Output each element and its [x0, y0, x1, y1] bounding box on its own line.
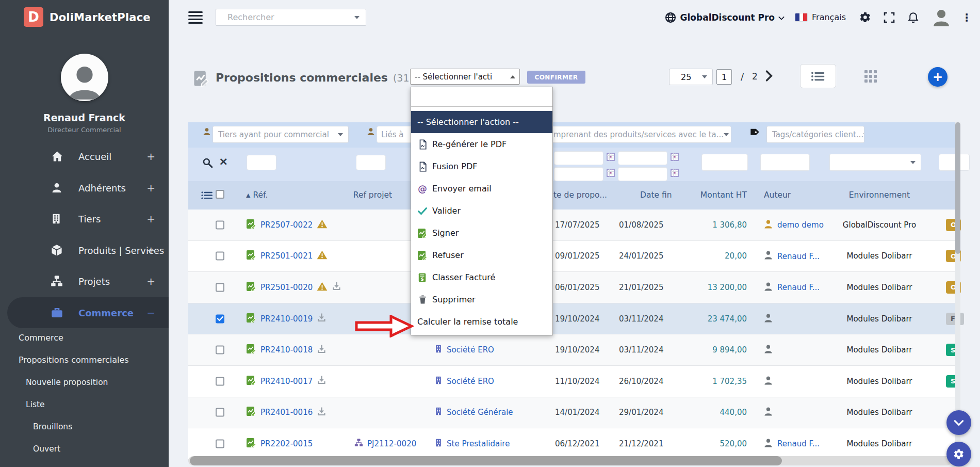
row-checkbox[interactable] [216, 220, 224, 229]
chevron-down-icon[interactable] [778, 12, 785, 22]
tiers-link[interactable]: Ste Prestalidaire [447, 439, 510, 448]
horizontal-scrollbar-thumb[interactable] [190, 456, 782, 465]
calendar-icon[interactable] [607, 153, 615, 163]
sidebar-item-commerce[interactable]: Commerce− [7, 297, 169, 329]
sidebar-subitem-liste[interactable]: Liste [0, 393, 169, 415]
user-avatar[interactable] [930, 7, 952, 28]
more-options-kebab-icon[interactable]: ⋮ [959, 11, 974, 24]
filter-commercial-select[interactable]: Tiers ayant pour commercial [213, 126, 349, 143]
search-montant-input[interactable] [701, 154, 748, 171]
entity-selector[interactable]: GlobalDiscount Pro [680, 12, 775, 23]
table-row[interactable]: PR2410-0019 19/10/2024 03/11/2024 23 474… [188, 303, 955, 335]
sidebar-item-tiers[interactable]: Tiers+ [0, 203, 169, 235]
french-flag-icon[interactable] [795, 13, 808, 22]
calendar-icon[interactable] [671, 153, 679, 163]
tiers-link[interactable]: Société ERO [447, 345, 494, 355]
row-checkbox[interactable] [216, 314, 224, 323]
filter-products-tag-select[interactable]: mprenant des produits/services avec le t… [548, 126, 731, 143]
download-icon[interactable] [332, 281, 341, 293]
dropdown-item-signer[interactable]: Signer [411, 222, 552, 244]
grid-view-toggle[interactable] [864, 70, 877, 85]
proposal-ref-link[interactable]: PR2410-0017 [260, 377, 313, 386]
tiers-link[interactable]: Société ERO [447, 377, 494, 386]
sidebar-subitem-ouvert[interactable]: Ouvert [0, 438, 169, 460]
next-page-chevron-icon[interactable] [765, 70, 773, 84]
column-header-auteur[interactable]: Auteur [764, 190, 791, 200]
search-datefin-from-input[interactable] [618, 151, 667, 165]
proposal-ref-link[interactable]: PR2507-0022 [260, 220, 313, 230]
sort-asc-icon[interactable]: ▲ [246, 192, 250, 199]
app-logo[interactable]: D [24, 7, 43, 27]
collapse-fab-button[interactable] [946, 410, 971, 435]
bulk-action-select[interactable]: -- Sélectionner l'acti [410, 69, 520, 85]
sidebar-item-projets[interactable]: Projets+ [0, 266, 169, 297]
dropdown-item-fusion-pdf[interactable]: Fusion PDF [411, 155, 552, 178]
sidebar-item-adh-rents[interactable]: Adhérents+ [0, 172, 169, 204]
calendar-icon[interactable] [671, 169, 679, 179]
author-link[interactable]: Renaud F... [777, 251, 820, 261]
column-header-environnement[interactable]: Environnement [836, 190, 923, 200]
expand-toggle-icon[interactable]: + [146, 213, 155, 225]
dropdown-item-valider[interactable]: Valider [411, 200, 552, 222]
expand-toggle-icon[interactable]: + [146, 244, 155, 256]
row-checkbox[interactable] [216, 252, 224, 261]
search-dateprop-to-input[interactable] [554, 167, 603, 181]
dropdown-item-re-g-n-rer-le-pdf[interactable]: Re-générer le PDF [411, 133, 552, 155]
download-icon[interactable] [317, 375, 326, 387]
search-environnement-select[interactable] [829, 154, 921, 171]
proposal-ref-link[interactable]: PR2501-0020 [260, 283, 313, 292]
dropdown-item-s-lectionner-l-action[interactable]: -- Sélectionner l'action -- [411, 111, 552, 133]
table-row[interactable]: PR2501-0021 09/01/2025 24/01/2025 20,00 … [188, 241, 955, 272]
search-datefin-to-input[interactable] [618, 167, 667, 181]
expand-toggle-icon[interactable]: + [146, 182, 155, 194]
select-all-checkbox[interactable] [216, 190, 224, 199]
menu-toggle-icon[interactable] [188, 11, 203, 24]
table-row[interactable]: PR2401-0016 Société Générale 14/01/2024 … [188, 397, 955, 429]
settings-fab-button[interactable] [946, 442, 971, 466]
download-icon[interactable] [317, 407, 326, 418]
current-page-box[interactable]: 1 [716, 69, 732, 85]
search-filters-icon[interactable] [202, 157, 213, 170]
project-ref-link[interactable]: PJ2112-0020 [367, 439, 416, 448]
download-icon[interactable] [317, 313, 326, 325]
filter-tags-select[interactable]: Tags/catégories client... [766, 126, 864, 143]
table-row[interactable]: PR2501-0020 06/01/2025 21/01/2025 13 200… [188, 272, 955, 303]
column-header-dateprop[interactable]: te de propo... [553, 190, 607, 200]
row-checkbox[interactable] [216, 377, 224, 385]
column-header-refprojet[interactable]: Ref projet [340, 190, 405, 200]
column-header-ref[interactable]: Réf. [253, 190, 268, 200]
add-proposal-button[interactable]: + [928, 67, 948, 87]
dropdown-search-input[interactable] [411, 87, 552, 107]
proposal-ref-link[interactable]: PR2202-0015 [260, 439, 313, 448]
clear-filters-icon[interactable]: × [219, 155, 228, 168]
settings-gear-icon[interactable] [859, 11, 871, 23]
download-icon[interactable] [317, 344, 326, 356]
proposal-ref-link[interactable]: PR2410-0019 [260, 314, 313, 324]
sidebar-subitem-brouillons[interactable]: Brouillons [0, 415, 169, 438]
search-ref-input[interactable] [247, 155, 276, 170]
column-header-datefin[interactable]: Date fin [640, 190, 672, 200]
dropdown-item-classer-factur[interactable]: $Classer Facturé [411, 266, 552, 288]
dropdown-item-supprimer[interactable]: Supprimer [411, 288, 552, 311]
row-checkbox[interactable] [216, 439, 224, 448]
tiers-link[interactable]: Société Générale [447, 408, 513, 417]
column-header-montant[interactable]: Montant HT [691, 190, 747, 200]
table-row[interactable]: PR2202-0015 PJ2112-0020 Ste Prestalidair… [188, 428, 955, 460]
table-row[interactable]: PR2410-0018 Société ERO 19/10/2024 03/11… [188, 334, 955, 366]
row-checkbox[interactable] [216, 346, 224, 355]
author-link[interactable]: Renaud F... [777, 439, 820, 448]
search-status-input[interactable] [939, 154, 970, 171]
dropdown-item-envoyer-email[interactable]: @Envoyer email [411, 178, 552, 200]
author-link[interactable]: Renaud F... [777, 283, 820, 292]
user-profile-avatar[interactable] [61, 54, 108, 101]
expand-toggle-icon[interactable]: + [146, 150, 155, 163]
row-checkbox[interactable] [216, 283, 224, 292]
notifications-bell-icon[interactable] [907, 11, 919, 23]
calendar-icon[interactable] [607, 169, 615, 179]
proposal-ref-link[interactable]: PR2410-0018 [260, 345, 313, 355]
expand-toggle-icon[interactable]: − [146, 307, 155, 319]
proposal-ref-link[interactable]: PR2401-0016 [260, 408, 313, 417]
table-row[interactable]: PR2410-0017 Société ERO 11/10/2024 26/10… [188, 366, 955, 397]
sidebar-subitem-commerce[interactable]: Commerce [0, 327, 169, 349]
search-refprojet-input[interactable] [356, 155, 386, 170]
